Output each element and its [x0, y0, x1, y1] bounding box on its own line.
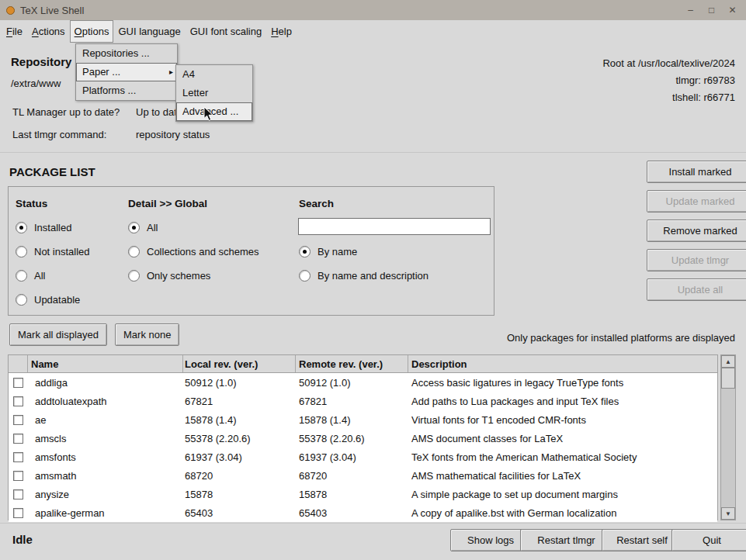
package-list-heading: PACKAGE LIST: [9, 165, 95, 178]
detail-group-title: Detail >> Global: [128, 198, 207, 209]
col-header-checkbox: [9, 355, 28, 372]
row-checkbox[interactable]: [13, 489, 23, 500]
remove-marked-button[interactable]: Remove marked: [647, 220, 746, 242]
row-checkbox[interactable]: [13, 434, 23, 444]
close-icon[interactable]: ✕: [722, 0, 743, 20]
menu-item-letter[interactable]: Letter: [176, 84, 252, 102]
radio-selected-icon: [128, 222, 140, 233]
menu-item-repositories[interactable]: Repositories ...: [76, 44, 177, 63]
row-checkbox[interactable]: [13, 415, 23, 425]
submenu-arrow-icon: ▸: [169, 63, 173, 81]
table-header: Name Local rev. (ver.) Remote rev. (ver.…: [9, 355, 717, 373]
statusbar-divider: [0, 523, 746, 524]
radio-selected-icon: [16, 222, 27, 233]
show-logs-button[interactable]: Show logs: [450, 529, 531, 551]
col-header-name[interactable]: Name: [28, 355, 183, 372]
radio-by-name-description[interactable]: By name and description: [299, 270, 429, 282]
install-marked-button[interactable]: Install marked: [647, 161, 746, 183]
table-row[interactable]: amsfonts 61937 (3.04) 61937 (3.04) TeX f…: [9, 448, 717, 466]
texlive-shell-window: TeX Live Shell – □ ✕ File Actions Option…: [0, 0, 746, 560]
mouse-cursor-icon: [203, 106, 214, 122]
menubar: File Actions Options GUI language GUI fo…: [0, 20, 746, 43]
radio-status-all[interactable]: All: [16, 270, 45, 282]
window-controls: – □ ✕: [680, 0, 743, 20]
radio-icon: [16, 294, 27, 306]
menu-actions[interactable]: Actions: [27, 20, 70, 43]
col-header-remote[interactable]: Remote rev. (ver.): [296, 355, 408, 372]
app-icon: [6, 6, 15, 15]
table-row[interactable]: apalike-german 65403 65403 A copy of apa…: [9, 503, 717, 522]
menu-help[interactable]: Help: [266, 20, 297, 43]
mark-none-button[interactable]: Mark none: [115, 323, 179, 346]
repository-path: /extra/www: [11, 78, 61, 89]
tlmgr-revision: tlmgr: r69783: [675, 74, 735, 86]
row-checkbox[interactable]: [13, 471, 23, 481]
scroll-up-icon[interactable]: ▲: [721, 355, 735, 368]
package-table: Name Local rev. (ver.) Remote rev. (ver.…: [8, 354, 718, 520]
table-row[interactable]: amscls 55378 (2.20.6) 55378 (2.20.6) AMS…: [9, 429, 717, 448]
table-row[interactable]: addliga 50912 (1.0) 50912 (1.0) Access b…: [9, 373, 717, 392]
radio-icon: [128, 246, 140, 258]
radio-selected-icon: [299, 246, 311, 258]
options-menu: Repositories ... Paper ...▸ Platforms ..…: [75, 43, 178, 101]
row-checkbox[interactable]: [13, 378, 23, 388]
col-header-description[interactable]: Description: [408, 355, 717, 372]
scrollbar-thumb[interactable]: [721, 368, 735, 389]
radio-installed[interactable]: Installed: [16, 222, 71, 233]
radio-updatable[interactable]: Updatable: [16, 294, 80, 306]
titlebar[interactable]: TeX Live Shell – □ ✕: [0, 0, 746, 20]
repository-heading: Repository: [11, 55, 71, 68]
window-title: TeX Live Shell: [20, 5, 84, 16]
update-all-button: Update all: [647, 278, 746, 301]
radio-not-installed[interactable]: Not installed: [16, 246, 90, 258]
menu-gui-language[interactable]: GUI language: [113, 20, 185, 43]
quit-button[interactable]: Quit: [671, 529, 746, 551]
menu-item-advanced[interactable]: Advanced ...: [176, 102, 252, 121]
radio-icon: [16, 246, 27, 258]
update-tlmgr-button: Update tlmgr: [647, 249, 746, 271]
search-input[interactable]: [298, 218, 491, 235]
minimize-icon[interactable]: –: [680, 0, 701, 20]
restart-tlmgr-button[interactable]: Restart tlmgr: [520, 529, 612, 551]
tlshell-revision: tlshell: r66771: [672, 92, 735, 103]
update-marked-button: Update marked: [647, 190, 746, 213]
platforms-note: Only packages for installed platforms ar…: [507, 332, 735, 344]
menu-file[interactable]: File: [2, 20, 27, 43]
radio-icon: [299, 270, 311, 282]
mark-all-displayed-button[interactable]: Mark all displayed: [9, 323, 107, 346]
menu-item-platforms[interactable]: Platforms ...: [76, 81, 177, 100]
maximize-icon[interactable]: □: [701, 0, 722, 20]
table-row[interactable]: amsmath 68720 68720 AMS mathematical fac…: [9, 466, 717, 485]
table-scrollbar[interactable]: ▲ ▼: [720, 354, 736, 520]
radio-only-schemes[interactable]: Only schemes: [128, 270, 210, 282]
table-row[interactable]: ae 15878 (1.4) 15878 (1.4) Virtual fonts…: [9, 410, 717, 429]
menu-item-paper[interactable]: Paper ...▸: [76, 63, 177, 81]
radio-by-name[interactable]: By name: [299, 246, 357, 258]
search-group-title: Search: [299, 198, 334, 209]
row-checkbox[interactable]: [13, 396, 23, 406]
scroll-down-icon[interactable]: ▼: [721, 507, 735, 520]
restart-self-button[interactable]: Restart self: [602, 529, 682, 551]
table-row[interactable]: addtoluatexpath 67821 67821 Add paths to…: [9, 392, 717, 410]
last-command-value: repository status: [136, 129, 210, 140]
radio-detail-all[interactable]: All: [128, 222, 158, 233]
status-group-title: Status: [16, 198, 47, 209]
col-header-local[interactable]: Local rev. (ver.): [183, 355, 296, 372]
section-divider: [0, 152, 746, 153]
row-checkbox[interactable]: [13, 508, 23, 518]
radio-collections-schemes[interactable]: Collections and schemes: [128, 246, 259, 258]
menu-gui-font-scaling[interactable]: GUI font scaling: [186, 20, 267, 43]
radio-icon: [128, 270, 140, 282]
table-row[interactable]: anysize 15878 15878 A simple package to …: [9, 485, 717, 503]
last-command-label: Last tlmgr command:: [12, 129, 106, 140]
radio-icon: [16, 270, 27, 282]
menu-options[interactable]: Options: [70, 20, 114, 43]
paper-submenu: A4 Letter Advanced ...: [175, 64, 253, 122]
uptodate-label: TL Manager up to date?: [12, 106, 120, 118]
row-checkbox[interactable]: [13, 452, 23, 462]
menu-item-a4[interactable]: A4: [176, 65, 252, 84]
status-text: Idle: [12, 533, 33, 546]
root-path: Root at /usr/local/texlive/2024: [602, 57, 735, 69]
